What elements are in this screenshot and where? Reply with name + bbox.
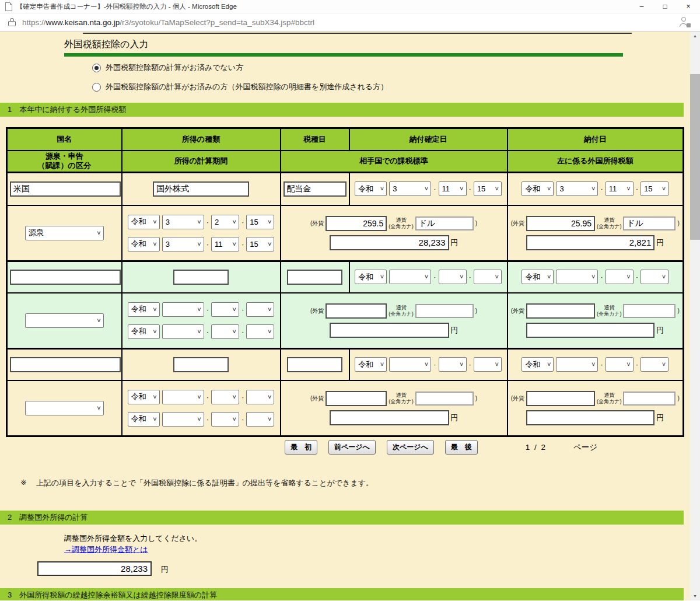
scrollbar-thumb[interactable] (690, 74, 700, 240)
income-type-input[interactable] (173, 357, 229, 372)
currency-name-input[interactable] (623, 216, 676, 230)
month-select[interactable]: ˅ (211, 302, 239, 317)
yen-amount-input[interactable] (526, 323, 654, 338)
year-select[interactable]: ˅ (389, 270, 431, 284)
country-input[interactable] (10, 181, 121, 197)
country-input[interactable] (10, 270, 121, 285)
day-select[interactable]: 15˅ (640, 181, 668, 196)
year-select[interactable]: 3˅ (162, 237, 204, 251)
url-text[interactable]: https://www.keisan.nta.go.jp/r3/syotoku/… (22, 18, 314, 27)
year-select[interactable]: ˅ (162, 302, 204, 317)
year-select[interactable]: ˅ (389, 357, 431, 372)
scroll-up-icon[interactable]: ▲ (690, 34, 700, 38)
last-page-button[interactable]: 最 後 (445, 440, 478, 455)
month-select[interactable]: 11˅ (606, 181, 634, 196)
month-select[interactable]: 11˅ (439, 181, 467, 196)
currency-name-input[interactable] (623, 304, 676, 318)
category-select[interactable]: ˅ (25, 313, 104, 328)
scroll-down-icon[interactable]: ▼ (690, 594, 700, 598)
month-select[interactable]: 2˅ (211, 215, 239, 229)
era-select[interactable]: 令和˅ (128, 390, 160, 404)
era-select[interactable]: 令和˅ (355, 270, 387, 284)
radio-icon[interactable] (92, 64, 101, 72)
radio-icon[interactable] (92, 83, 101, 92)
radio-not-yet-calculated[interactable]: 外国税額控除額の計算がお済みでない方 (92, 62, 243, 73)
next-page-button[interactable]: 次ページへ (387, 440, 434, 455)
income-type-input[interactable] (153, 181, 249, 197)
country-input[interactable] (10, 357, 121, 372)
era-select[interactable]: 令和˅ (128, 215, 160, 229)
month-select[interactable]: ˅ (211, 324, 239, 339)
lock-icon[interactable] (8, 18, 16, 26)
day-select[interactable]: ˅ (474, 357, 502, 372)
currency-name-input[interactable] (623, 392, 676, 406)
year-select[interactable]: ˅ (556, 270, 598, 284)
maximize-button[interactable]: □ (653, 0, 677, 13)
adjusted-income-input[interactable] (37, 561, 152, 576)
yen-amount-input[interactable] (330, 323, 449, 338)
currency-name-input[interactable] (415, 216, 474, 230)
day-select[interactable]: ˅ (640, 357, 668, 372)
day-select[interactable]: ˅ (246, 302, 274, 317)
profile-icon[interactable] (679, 17, 691, 27)
income-type-input[interactable] (173, 270, 229, 285)
currency-name-input[interactable] (415, 304, 474, 318)
day-select[interactable]: ˅ (246, 390, 274, 404)
year-select[interactable]: ˅ (162, 390, 204, 404)
foreign-amount-input[interactable] (326, 391, 387, 406)
minimize-button[interactable]: – (630, 0, 653, 13)
foreign-amount-input[interactable] (326, 216, 387, 231)
foreign-amount-input[interactable] (526, 303, 595, 319)
era-select[interactable]: 令和˅ (522, 181, 554, 196)
year-select[interactable]: 3˅ (162, 215, 204, 229)
foreign-amount-input[interactable] (326, 303, 387, 319)
chevron-down-icon: ˅ (153, 329, 156, 335)
era-select[interactable]: 令和˅ (355, 181, 387, 196)
era-select[interactable]: 令和˅ (128, 324, 160, 339)
year-select[interactable]: 3˅ (389, 181, 431, 196)
day-select[interactable]: ˅ (246, 412, 274, 427)
foreign-amount-input[interactable] (526, 391, 595, 406)
year-select[interactable]: ˅ (162, 324, 204, 339)
category-select[interactable]: 源泉˅ (25, 226, 104, 240)
adjusted-income-help-link[interactable]: →調整国外所得金額とは (64, 544, 148, 555)
month-select[interactable]: 11˅ (211, 237, 239, 251)
radio-already-calculated[interactable]: 外国税額控除額の計算がお済みの方（外国税額控除の明細書を別途作成される方） (92, 82, 388, 92)
tax-item-input[interactable] (287, 270, 342, 285)
yen-amount-input[interactable] (330, 410, 449, 425)
first-page-button[interactable]: 最 初 (285, 440, 317, 455)
prev-page-button[interactable]: 前ページへ (328, 440, 376, 455)
tax-item-input[interactable] (287, 357, 342, 372)
era-select[interactable]: 令和˅ (128, 237, 160, 251)
era-select[interactable]: 令和˅ (522, 357, 554, 372)
month-select[interactable]: ˅ (211, 412, 239, 427)
day-select[interactable]: 15˅ (246, 215, 274, 229)
month-select[interactable]: ˅ (439, 270, 467, 284)
year-select[interactable]: ˅ (162, 412, 204, 427)
month-select[interactable]: ˅ (211, 390, 239, 404)
era-select[interactable]: 令和˅ (128, 302, 160, 317)
day-select[interactable]: 15˅ (474, 181, 502, 196)
foreign-amount-input[interactable] (526, 216, 595, 231)
window-controls: – □ × (630, 0, 700, 13)
day-select[interactable]: ˅ (474, 270, 502, 284)
day-select[interactable]: ˅ (640, 270, 668, 284)
scrollbar[interactable]: ▲ ▼ (690, 32, 700, 600)
yen-amount-input[interactable] (526, 235, 654, 250)
close-button[interactable]: × (677, 0, 700, 13)
yen-amount-input[interactable] (330, 235, 449, 250)
era-select[interactable]: 令和˅ (355, 357, 387, 372)
day-select[interactable]: ˅ (246, 324, 274, 339)
month-select[interactable]: ˅ (439, 357, 467, 372)
tax-item-input[interactable] (284, 181, 346, 197)
yen-amount-input[interactable] (526, 410, 654, 425)
month-select[interactable]: ˅ (606, 270, 634, 284)
month-select[interactable]: ˅ (606, 357, 634, 372)
year-select[interactable]: ˅ (556, 357, 598, 372)
year-select[interactable]: 3˅ (556, 181, 598, 196)
category-select[interactable]: ˅ (25, 401, 104, 415)
era-select[interactable]: 令和˅ (128, 412, 160, 427)
era-select[interactable]: 令和˅ (522, 270, 554, 284)
currency-name-input[interactable] (415, 392, 474, 406)
day-select[interactable]: 15˅ (246, 237, 274, 251)
